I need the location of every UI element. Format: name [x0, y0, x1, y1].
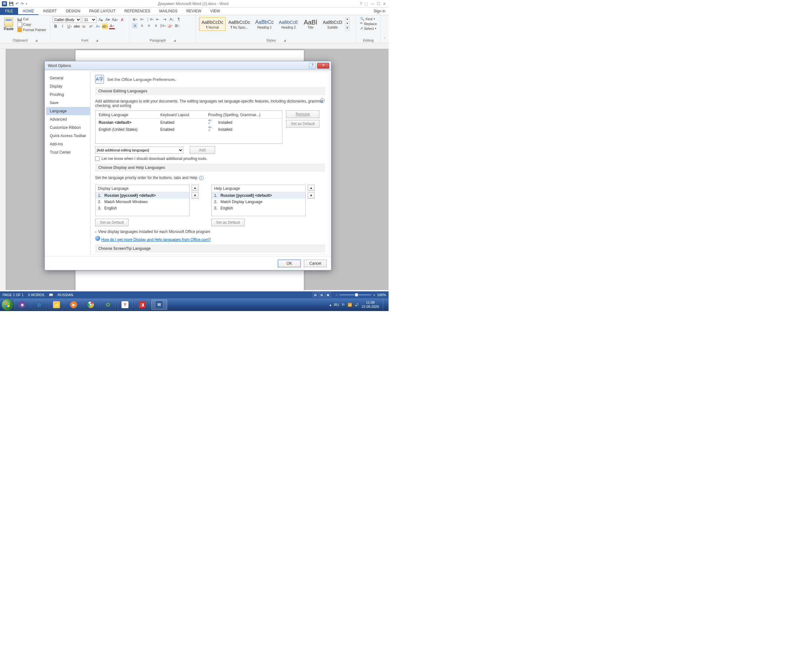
cut-button[interactable]: Cut — [16, 17, 47, 21]
read-mode-icon[interactable]: ▤ — [313, 292, 319, 297]
ribbon-display-icon[interactable]: ⬚ — [365, 2, 368, 6]
taskbar-explorer[interactable]: 📁 — [49, 300, 64, 310]
nav-customize-ribbon[interactable]: Customize Ribbon — [46, 124, 90, 132]
taskbar-yandex-alisa[interactable]: ◉ — [14, 300, 30, 310]
tab-design[interactable]: DESIGN — [61, 8, 85, 15]
editing-language-table[interactable]: Editing Language Keyboard Layout Proofin… — [95, 110, 282, 144]
taskbar-amigo[interactable]: ✿ — [100, 300, 116, 310]
view-installed-expander[interactable]: View display languages installed for eac… — [95, 229, 210, 234]
tab-review[interactable]: REVIEW — [182, 8, 206, 15]
shading-icon[interactable]: ◪ — [167, 23, 173, 29]
tab-mailings[interactable]: MAILINGS — [155, 8, 182, 15]
show-hide-icon[interactable]: ¶ — [176, 17, 182, 22]
taskbar-mediaplayer[interactable]: ▶ — [66, 300, 81, 310]
start-button[interactable] — [1, 299, 13, 311]
list-item[interactable]: 3. English — [95, 205, 189, 211]
highlight-icon[interactable]: ab — [102, 23, 108, 29]
spellcheck-icon[interactable]: 📖 — [49, 293, 53, 297]
close-icon[interactable]: ✕ — [383, 2, 386, 6]
collapse-ribbon-icon[interactable]: ˄ — [384, 37, 386, 41]
nav-display[interactable]: Display — [46, 82, 90, 90]
styles-up-icon[interactable]: ▴ — [345, 17, 349, 21]
numbering-icon[interactable]: ≡ — [139, 17, 145, 22]
underline-icon[interactable]: U — [67, 23, 72, 29]
align-right-icon[interactable]: ≡ — [146, 23, 152, 29]
shrink-font-icon[interactable]: A▾ — [105, 17, 110, 23]
zoom-slider[interactable] — [339, 294, 371, 295]
font-launcher-icon[interactable]: ◢ — [96, 39, 98, 42]
tray-lang[interactable]: RU — [334, 303, 339, 307]
help-set-default-button[interactable]: Set as Default — [211, 219, 244, 226]
styles-more-icon[interactable]: ⊻ — [345, 26, 349, 31]
align-left-icon[interactable]: ≡ — [132, 23, 138, 29]
bullets-icon[interactable]: ≣ — [132, 17, 138, 22]
taskbar-app-red[interactable]: ◨ — [134, 300, 150, 310]
web-layout-icon[interactable]: ▦ — [325, 292, 331, 297]
display-set-default-button[interactable]: Set as Default — [95, 219, 128, 226]
format-painter-button[interactable]: Format Painter — [16, 27, 47, 32]
grow-font-icon[interactable]: A▴ — [98, 17, 104, 23]
sign-in-link[interactable]: Sign in — [371, 8, 389, 15]
taskbar-word[interactable]: W — [151, 300, 167, 310]
tray-network-icon[interactable]: 📶 — [348, 303, 352, 307]
paragraph-launcher-icon[interactable]: ◢ — [174, 39, 176, 42]
font-name-select[interactable]: Calibri (Body — [53, 17, 81, 23]
align-center-icon[interactable]: ≡ — [139, 23, 145, 29]
subscript-icon[interactable]: x₂ — [81, 23, 87, 29]
select-button[interactable]: ↗Select▾ — [359, 26, 378, 31]
style-subtitle[interactable]: AaBbCcDSubtitle — [321, 17, 345, 31]
zoom-in-icon[interactable]: + — [373, 293, 375, 297]
add-button[interactable]: Add — [190, 146, 215, 154]
move-down-button[interactable]: ▼ — [308, 192, 314, 199]
tray-flag-icon[interactable]: 🏳 — [342, 303, 345, 307]
set-default-button[interactable]: Set as Default — [286, 120, 319, 128]
copy-button[interactable]: Copy — [16, 22, 47, 27]
save-icon[interactable]: 💾 — [9, 2, 14, 6]
table-row[interactable]: English (United States) Enabled Installe… — [96, 126, 281, 133]
tray-expand-icon[interactable]: ▴ — [330, 303, 331, 307]
remove-button[interactable]: Remove — [286, 110, 319, 118]
nav-proofing[interactable]: Proofing — [46, 90, 90, 99]
tab-view[interactable]: VIEW — [206, 8, 224, 15]
nav-advanced[interactable]: Advanced — [46, 115, 90, 124]
taskbar-ie[interactable]: e — [31, 300, 47, 310]
list-item[interactable]: 1. Russian [русский] <default> — [95, 192, 189, 199]
tab-home[interactable]: HOME — [18, 8, 38, 15]
sort-icon[interactable]: A↓ — [169, 17, 174, 22]
style-normal[interactable]: AaBbCcDc¶ Normal — [199, 17, 225, 31]
style-heading1[interactable]: AaBbCcHeading 1 — [253, 17, 276, 31]
italic-icon[interactable]: I — [60, 23, 65, 29]
tab-file[interactable]: FILE — [0, 8, 18, 15]
dialog-help-button[interactable]: ? — [309, 63, 316, 69]
move-up-button[interactable]: ▲ — [308, 185, 314, 191]
download-proofing-checkbox[interactable] — [95, 156, 99, 161]
style-no-spacing[interactable]: AaBbCcDc¶ No Spac... — [226, 17, 252, 31]
decrease-indent-icon[interactable]: ⇤ — [155, 17, 160, 22]
clear-formatting-icon[interactable]: A̷ — [119, 17, 125, 23]
text-effects-icon[interactable]: A — [95, 23, 101, 29]
find-button[interactable]: 🔍Find▾ — [359, 17, 378, 21]
increase-indent-icon[interactable]: ⇥ — [162, 17, 168, 22]
style-title[interactable]: AaBlTitle — [301, 17, 320, 31]
line-spacing-icon[interactable]: ‡≡ — [160, 23, 166, 29]
redo-icon[interactable]: ↷ — [21, 2, 24, 6]
move-down-button[interactable]: ▼ — [192, 192, 198, 199]
cancel-button[interactable]: Cancel — [304, 260, 327, 267]
tab-references[interactable]: REFERENCES — [120, 8, 155, 15]
nav-general[interactable]: General — [46, 74, 90, 82]
list-item[interactable]: 1. Russian [русский] <default> — [212, 192, 305, 199]
page-indicator[interactable]: PAGE 1 OF 1 — [3, 293, 23, 297]
nav-trust-center[interactable]: Trust Center — [46, 148, 90, 156]
replace-button[interactable]: ᵃᵇReplace — [359, 21, 378, 26]
vertical-ruler[interactable] — [0, 49, 6, 290]
bold-icon[interactable]: B — [53, 23, 58, 29]
zoom-out-icon[interactable]: − — [336, 293, 337, 297]
nav-save[interactable]: Save — [46, 99, 90, 107]
styles-gallery[interactable]: AaBbCcDc¶ Normal AaBbCcDc¶ No Spac... Aa… — [198, 17, 353, 31]
taskbar-yandex-browser[interactable]: Y — [117, 300, 133, 310]
minimize-icon[interactable]: — — [371, 2, 374, 6]
nav-language[interactable]: Language — [46, 107, 90, 115]
undo-icon[interactable]: ↶ — [15, 2, 19, 6]
multilevel-icon[interactable]: ⋮≡ — [146, 17, 154, 22]
tray-clock[interactable]: 11:09 22.09.2020 — [362, 301, 379, 309]
